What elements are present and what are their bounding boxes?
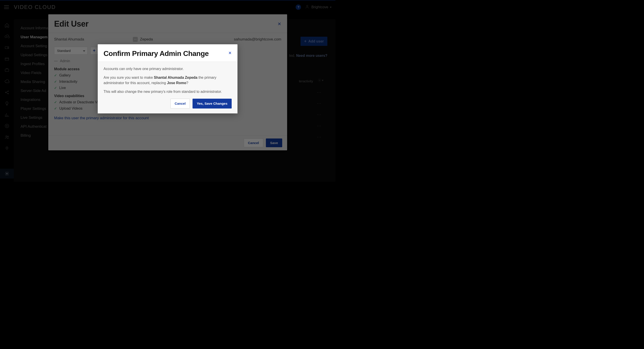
confirm-text-line2: Are you sure you want to make Shantal Ah…: [104, 75, 232, 85]
confirm-text-line1: Accounts can only have one primary admin…: [104, 66, 232, 71]
confirm-save-button[interactable]: Yes, Save Changes: [192, 99, 232, 109]
confirm-text-line3: This will also change the new primary's …: [104, 89, 232, 94]
close-icon[interactable]: ✕: [228, 50, 232, 56]
confirm-primary-admin-dialog: Confirm Primary Admin Change ✕ Accounts …: [98, 44, 238, 113]
confirm-cancel-button[interactable]: Cancel: [170, 99, 190, 109]
confirm-title: Confirm Primary Admin Change: [104, 50, 209, 58]
